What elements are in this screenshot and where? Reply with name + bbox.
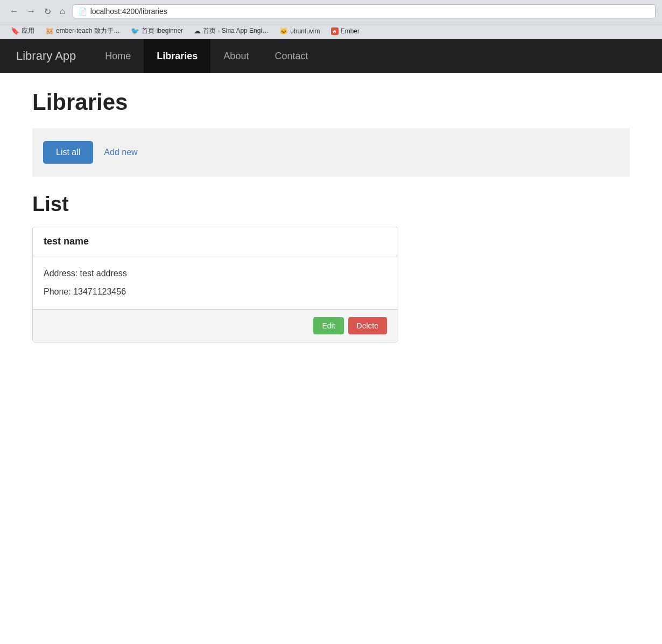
browser-toolbar: ← → ↻ ⌂ 📄 localhost:4200/libraries [0,0,662,23]
library-card-header: test name [33,227,398,256]
bookmark-apps[interactable]: 🔖 应用 [6,25,39,37]
library-card-body: Address: test address Phone: 13471123456 [33,256,398,310]
nav-item-home[interactable]: Home [92,39,144,73]
nav-item-libraries[interactable]: Libraries [144,39,210,73]
forward-button[interactable]: → [24,5,39,17]
ubuntuvim-icon: 🐱 [279,27,288,35]
sina-icon: ☁ [194,27,201,35]
add-new-link[interactable]: Add new [104,148,137,157]
delete-button[interactable]: Delete [348,317,387,334]
refresh-button[interactable]: ↻ [41,5,54,18]
nav-buttons: ← → ↻ ⌂ [6,5,68,18]
list-all-button[interactable]: List all [43,141,93,164]
main-content: Libraries List all Add new List test nam… [0,73,662,359]
library-card: test name Address: test address Phone: 1… [32,227,398,342]
bookmark-ember-teach[interactable]: 🐹 ember-teach 致力于… [41,25,124,37]
navbar-nav: Home Libraries About Contact [92,39,321,73]
address-bar[interactable]: 📄 localhost:4200/libraries [73,4,656,18]
library-name: test name [44,236,89,247]
edit-button[interactable]: Edit [313,317,343,334]
ibeginner-icon: 🐦 [131,27,139,35]
home-button[interactable]: ⌂ [57,5,68,17]
nav-item-contact[interactable]: Contact [262,39,321,73]
bookmark-ibeginner-label: 首页-ibeginner [142,26,183,36]
bookmark-ubuntuvim-label: ubuntuvim [290,27,320,35]
bookmark-ember-teach-label: ember-teach 致力于… [56,26,120,36]
bookmark-sina-label: 首页 - Sina App Engi… [203,26,269,36]
library-card-footer: Edit Delete [33,310,398,342]
bookmark-sina[interactable]: ☁ 首页 - Sina App Engi… [189,25,273,37]
bookmark-ember-label: Ember [341,27,360,35]
list-section-title: List [32,193,630,216]
bookmark-ember[interactable]: e Ember [327,26,364,36]
app-content: Library App Home Libraries About Contact… [0,39,662,359]
nav-item-about[interactable]: About [210,39,262,73]
page-title: Libraries [32,89,630,115]
button-panel: List all Add new [32,128,630,177]
bookmark-apps-label: 应用 [22,26,34,36]
url-input[interactable]: localhost:4200/libraries [90,7,650,16]
bookmark-ibeginner[interactable]: 🐦 首页-ibeginner [126,25,187,37]
navbar: Library App Home Libraries About Contact [0,39,662,73]
bookmarks-bar: 🔖 应用 🐹 ember-teach 致力于… 🐦 首页-ibeginner ☁… [0,23,662,39]
browser-chrome: ← → ↻ ⌂ 📄 localhost:4200/libraries 🔖 应用 … [0,0,662,39]
page-icon: 📄 [79,8,87,16]
apps-icon: 🔖 [11,27,19,35]
back-button[interactable]: ← [6,5,22,17]
library-phone: Phone: 13471123456 [44,285,387,298]
bookmark-ubuntuvim[interactable]: 🐱 ubuntuvim [275,26,324,36]
library-address: Address: test address [44,267,387,280]
ember-teach-icon: 🐹 [45,27,54,35]
navbar-brand[interactable]: Library App [0,39,92,73]
ember-icon: e [331,27,339,35]
